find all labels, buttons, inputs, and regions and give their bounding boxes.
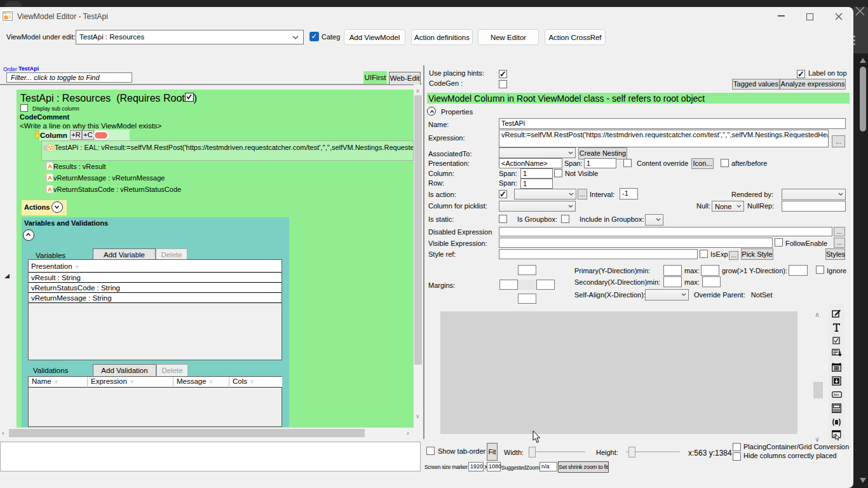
svg-text:A: A: [48, 174, 52, 181]
svg-text:btn: btn: [834, 393, 839, 396]
svg-text:A: A: [48, 186, 52, 193]
svg-text:A: A: [48, 163, 52, 170]
